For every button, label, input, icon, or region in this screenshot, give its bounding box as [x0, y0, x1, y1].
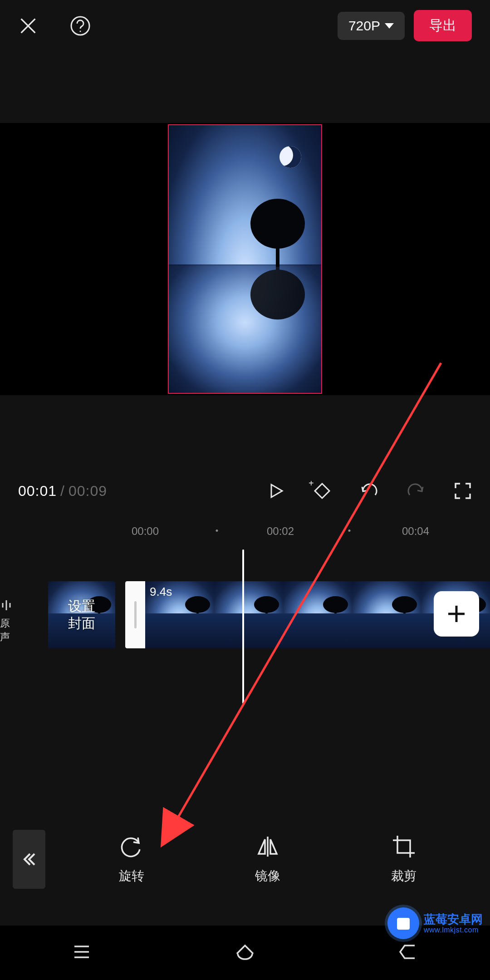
crop-icon [391, 834, 416, 859]
chevron-double-left-icon [21, 851, 37, 867]
playhead[interactable] [242, 549, 244, 704]
svg-point-1 [79, 30, 81, 32]
clip-duration: 9.4s [150, 585, 172, 599]
rotate-icon [119, 834, 144, 859]
mirror-icon [255, 834, 280, 859]
export-button[interactable]: 导出 [414, 10, 472, 41]
timecode: 00:01/00:09 [18, 483, 107, 500]
preview-area[interactable] [0, 123, 490, 395]
ruler-dot [216, 529, 218, 532]
timeline[interactable]: 原声 设置封面 9.4s [0, 549, 490, 713]
crop-tool[interactable]: 裁剪 [391, 834, 416, 885]
help-button[interactable] [70, 15, 91, 36]
watermark-logo-icon [387, 907, 419, 939]
ruler-tick: 00:02 [267, 525, 294, 538]
cover-label: 设置封面 [68, 598, 95, 632]
resolution-select[interactable]: 720P [338, 12, 405, 40]
watermark: 蓝莓安卓网 www.lmkjst.com [387, 907, 483, 939]
audio-toggle[interactable]: 原声 [0, 598, 13, 644]
play-button[interactable] [267, 482, 285, 500]
crop-label: 裁剪 [391, 867, 416, 885]
redo-button[interactable] [407, 481, 426, 500]
help-icon [70, 15, 91, 36]
nav-recent-button[interactable] [70, 940, 93, 965]
total-duration: 00:09 [69, 483, 107, 499]
resolution-label: 720P [348, 18, 380, 34]
close-icon [18, 16, 38, 36]
fullscreen-icon [454, 482, 472, 500]
play-icon [267, 482, 285, 500]
ruler-tick: 00:00 [132, 525, 159, 538]
add-clip-button[interactable] [434, 591, 479, 637]
clip-thumbnail [214, 581, 283, 648]
export-label: 导出 [429, 18, 456, 33]
ruler-tick: 00:04 [402, 525, 429, 538]
redo-icon [407, 481, 426, 500]
clip-trim-handle-left[interactable] [125, 581, 145, 648]
keyframe-button[interactable]: + [313, 482, 331, 500]
undo-button[interactable] [359, 481, 378, 500]
nav-home-button[interactable] [233, 940, 257, 965]
rotate-tool[interactable]: 旋转 [119, 834, 144, 885]
preview-frame [168, 124, 322, 394]
menu-icon [70, 940, 93, 964]
mirror-tool[interactable]: 镜像 [255, 834, 280, 885]
undo-icon [359, 481, 378, 500]
ruler-dot [348, 529, 351, 532]
collapse-tools-button[interactable] [13, 830, 45, 889]
keyframe-icon [313, 482, 331, 500]
current-time: 00:01 [18, 483, 57, 499]
chevron-down-icon [385, 23, 394, 29]
nav-back-button[interactable] [397, 940, 420, 965]
svg-point-0 [71, 17, 89, 35]
rotate-label: 旋转 [119, 867, 144, 885]
watermark-url: www.lmkjst.com [424, 926, 483, 934]
audio-icon [1, 598, 12, 612]
plus-icon [445, 602, 468, 626]
watermark-title: 蓝莓安卓网 [424, 913, 483, 926]
clip-thumbnail [352, 581, 421, 648]
timeline-ruler[interactable]: 00:00 00:02 00:04 [0, 525, 490, 543]
clip-thumbnail [283, 581, 352, 648]
back-icon [397, 940, 420, 964]
fullscreen-button[interactable] [454, 482, 472, 500]
audio-label: 原声 [0, 617, 13, 644]
mirror-label: 镜像 [255, 867, 280, 885]
set-cover-button[interactable]: 设置封面 [48, 581, 115, 648]
plus-icon: + [309, 478, 314, 489]
home-icon [233, 940, 257, 964]
close-button[interactable] [18, 16, 38, 36]
